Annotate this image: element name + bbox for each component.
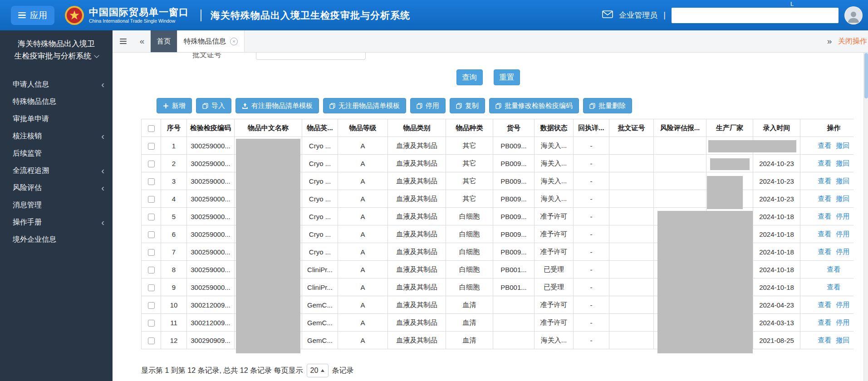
unregistered-list-template-button[interactable]: 无注册物品清单模板: [323, 98, 406, 113]
sidebar-item-full-process-trace[interactable]: 全流程追溯‹: [0, 162, 113, 179]
sidebar-item-risk-assessment[interactable]: 风险评估‹: [0, 179, 113, 196]
cell-seq: 9: [161, 278, 187, 296]
close-tab-icon[interactable]: ×: [230, 38, 238, 45]
view-link[interactable]: 查看: [818, 159, 832, 167]
cell-code: 300259000...: [187, 155, 235, 172]
view-link[interactable]: 查看: [818, 336, 832, 344]
row-checkbox[interactable]: [148, 143, 155, 150]
add-button[interactable]: 新增: [157, 98, 192, 113]
cell-permit_no: [609, 261, 654, 278]
row-checkbox[interactable]: [148, 284, 155, 291]
sidebar-item-special-items-info[interactable]: 特殊物品信息: [0, 93, 113, 110]
row-checkbox[interactable]: [148, 267, 155, 274]
withdraw-link[interactable]: 撤回: [836, 159, 850, 167]
row-checkbox[interactable]: [148, 231, 155, 238]
disable-link[interactable]: 停用: [836, 212, 850, 220]
cell-kind: 白细胞: [446, 278, 493, 296]
mail-icon[interactable]: [602, 10, 613, 20]
cell-status: 准予许可: [535, 243, 574, 261]
view-link[interactable]: 查看: [818, 248, 832, 255]
cell-name_en: Cryo ...: [302, 155, 338, 172]
query-button[interactable]: 查询: [456, 69, 483, 85]
cell-permit_no: [609, 137, 654, 155]
cell-name_en: Cryo ...: [302, 137, 338, 155]
view-link[interactable]: 查看: [827, 283, 841, 291]
user-role: 企业管理员: [619, 10, 657, 20]
view-link[interactable]: 查看: [818, 212, 832, 220]
batch-edit-code-button[interactable]: 批量修改检验检疫编码: [489, 98, 579, 113]
batch-delete-button[interactable]: 批量删除: [583, 98, 632, 113]
sidebar-item-message-management[interactable]: 消息管理: [0, 196, 113, 214]
sidebar-item-applicant-info[interactable]: 申请人信息‹: [0, 76, 113, 93]
cell-seq: 6: [161, 225, 187, 243]
page-size-value: 20: [310, 366, 319, 375]
disable-link[interactable]: 停用: [836, 301, 850, 308]
row-checkbox[interactable]: [148, 178, 155, 185]
row-checkbox[interactable]: [148, 161, 155, 167]
sidebar-item-verification[interactable]: 核注核销‹: [0, 127, 113, 145]
sidebar-item-operation-manual[interactable]: 操作手册‹: [0, 214, 113, 231]
row-checkbox[interactable]: [148, 196, 155, 203]
form-field-input[interactable]: [256, 53, 366, 60]
import-button[interactable]: 导入: [196, 98, 231, 113]
copy-button[interactable]: 复制: [450, 98, 485, 113]
view-link[interactable]: 查看: [818, 142, 832, 149]
disable-link[interactable]: 停用: [836, 248, 850, 255]
view-link[interactable]: 查看: [818, 301, 832, 308]
scroll-tabs-right-icon[interactable]: »: [821, 30, 838, 52]
tab-special-items-info[interactable]: 特殊物品信息 ×: [177, 30, 245, 52]
row-checkbox[interactable]: [148, 320, 155, 327]
row-checkbox[interactable]: [148, 214, 155, 220]
chevron-down-icon: [94, 53, 99, 58]
registered-list-template-button[interactable]: 有注册物品清单模板: [235, 98, 319, 113]
view-link[interactable]: 查看: [818, 230, 832, 238]
reset-button[interactable]: 重置: [494, 69, 520, 85]
view-link[interactable]: 查看: [818, 318, 832, 326]
view-link[interactable]: 查看: [827, 265, 841, 273]
withdraw-link[interactable]: 撤回: [836, 177, 850, 185]
cell-receipt: -: [574, 243, 609, 261]
apps-button[interactable]: 应用: [11, 6, 54, 25]
cell-ops: 查看撤回: [800, 190, 854, 208]
row-checkbox[interactable]: [148, 249, 155, 256]
disable-button[interactable]: 停用: [410, 98, 446, 113]
cell-permit_no: [609, 296, 654, 314]
sidebar-item-overseas-enterprise[interactable]: 境外企业信息: [0, 231, 113, 248]
sidebar-item-followup-supervision[interactable]: 后续监管: [0, 145, 113, 162]
cell-checkbox: [142, 243, 161, 261]
tab-menu-icon[interactable]: [113, 30, 133, 52]
cell-status: 海关入...: [535, 172, 574, 190]
avatar[interactable]: [844, 6, 863, 24]
select-all-checkbox[interactable]: [148, 125, 155, 132]
sidebar-item-label: 审批单申请: [13, 114, 49, 124]
apps-button-label: 应用: [30, 10, 47, 21]
view-link[interactable]: 查看: [818, 177, 832, 185]
page-size-select[interactable]: 20: [307, 364, 329, 377]
sidebar-system-title[interactable]: 海关特殊物品出入境卫 生检疫审批与分析系统: [0, 30, 113, 66]
row-checkbox[interactable]: [148, 337, 155, 344]
sidebar-item-approval-application[interactable]: 审批单申请: [0, 110, 113, 127]
tab-home[interactable]: 首页: [151, 30, 177, 52]
scroll-tabs-left-icon[interactable]: «: [133, 30, 151, 52]
withdraw-link[interactable]: 撤回: [836, 195, 850, 202]
row-checkbox[interactable]: [148, 302, 155, 309]
cell-category: 血液及其制品: [388, 278, 446, 296]
cell-kind: 白细胞: [446, 243, 493, 261]
withdraw-link[interactable]: 撤回: [836, 142, 850, 149]
view-link[interactable]: 查看: [818, 195, 832, 202]
cell-status: 已受理: [535, 261, 574, 278]
cell-seq: 10: [161, 296, 187, 314]
scrollbar-thumb[interactable]: [864, 53, 868, 98]
vertical-scrollbar[interactable]: [863, 30, 868, 381]
cell-status: 海关入...: [535, 190, 574, 208]
disable-link[interactable]: 停用: [836, 318, 850, 326]
disable-link[interactable]: 停用: [836, 230, 850, 238]
withdraw-link[interactable]: 撤回: [836, 336, 850, 344]
sidebar-item-label: 境外企业信息: [13, 235, 56, 244]
sidebar-item-label: 申请人信息: [13, 80, 49, 89]
close-operations-button[interactable]: 关闭操作: [838, 30, 868, 52]
cell-ops: 查看: [800, 261, 854, 278]
cell-receipt: -: [574, 190, 609, 208]
cell-category: 血液及其制品: [388, 208, 446, 225]
cell-category: 血液及其制品: [388, 190, 446, 208]
